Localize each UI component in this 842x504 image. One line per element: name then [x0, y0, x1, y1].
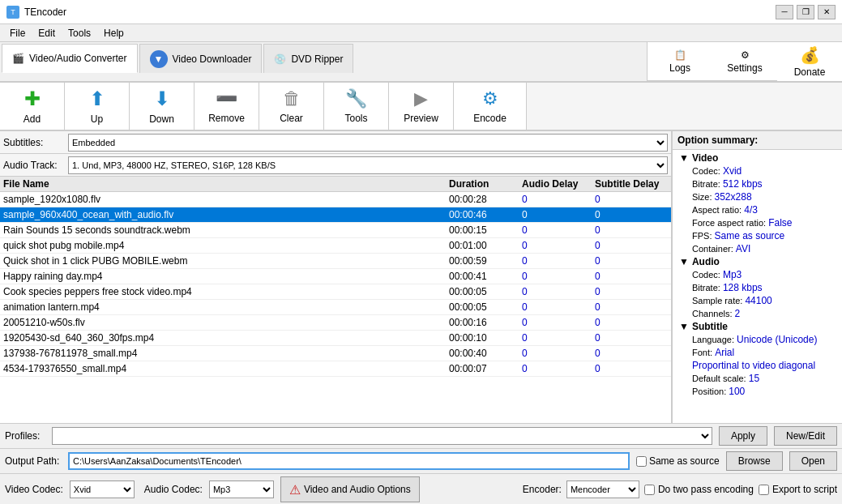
do-two-pass-check[interactable]: Do two pass encoding: [644, 484, 754, 495]
file-duration-cell: 00:00:05: [449, 301, 522, 313]
table-row[interactable]: Cook species peppers free stock video.mp…: [0, 284, 671, 300]
table-row[interactable]: 20051210-w50s.flv 00:00:16 0 0: [0, 315, 671, 331]
file-audio-delay-cell: 0: [522, 240, 595, 251]
option-value: 100: [729, 386, 745, 397]
open-button[interactable]: Open: [789, 451, 837, 471]
option-value: Arial: [715, 347, 734, 358]
up-button[interactable]: ⬆ Up: [65, 83, 130, 130]
file-sub-delay-cell: 0: [595, 332, 668, 344]
subtitles-select[interactable]: Embedded: [68, 134, 668, 152]
option-section-header[interactable]: ▼Video: [676, 152, 842, 164]
tab-video-audio[interactable]: 🎬 Video/Audio Converter: [2, 44, 138, 73]
col-header-duration: Duration: [449, 178, 522, 190]
browse-button[interactable]: Browse: [726, 451, 783, 471]
menu-help[interactable]: Help: [97, 26, 130, 41]
close-button[interactable]: ✕: [818, 5, 836, 19]
restore-button[interactable]: ❐: [797, 5, 814, 19]
preview-button[interactable]: ▶ Preview: [389, 83, 454, 130]
table-row[interactable]: Rain Sounds 15 seconds soundtrack.webm 0…: [0, 223, 671, 238]
table-row[interactable]: Quick shot in 1 click PUBG MOBILE.webm 0…: [0, 254, 671, 269]
table-row[interactable]: 19205430-sd_640_360_30fps.mp4 00:00:10 0…: [0, 331, 671, 346]
profiles-select[interactable]: [52, 427, 712, 445]
app-icon: T: [6, 6, 19, 19]
section-name: Audio: [692, 256, 720, 267]
table-row[interactable]: sample_960x400_ocean_with_audio.flv 00:0…: [0, 207, 671, 223]
output-path-label: Output Path:: [5, 455, 62, 467]
menu-tools[interactable]: Tools: [62, 26, 97, 41]
file-audio-delay-cell: 0: [522, 301, 595, 313]
tools-button[interactable]: 🔧 Tools: [324, 83, 389, 130]
logs-button[interactable]: 📋 Logs: [648, 42, 712, 81]
same-as-source-check[interactable]: Same as source: [636, 455, 720, 467]
minimize-button[interactable]: ─: [776, 5, 793, 19]
tree-expand-icon: ▼: [679, 256, 689, 267]
main-area: Subtitles: Embedded Audio Track: 1. Und,…: [0, 131, 842, 423]
option-section-header[interactable]: ▼Audio: [676, 255, 842, 268]
same-as-source-label: Same as source: [649, 455, 720, 467]
option-value: 352x288: [715, 191, 752, 203]
video-codec-select[interactable]: Xvid: [70, 481, 135, 498]
video-audio-options-button[interactable]: ⚠ Video and Audio Options: [280, 476, 420, 502]
file-sub-delay-cell: 0: [595, 317, 668, 328]
option-item: Force aspect ratio: False: [676, 216, 842, 229]
audio-codec-select[interactable]: Mp3: [209, 481, 274, 498]
file-name-cell: Quick shot in 1 click PUBG MOBILE.webm: [3, 255, 449, 267]
same-as-source-checkbox[interactable]: [636, 456, 647, 467]
file-name-cell: sample_960x400_ocean_with_audio.flv: [3, 209, 449, 220]
remove-button[interactable]: ➖ Remove: [194, 83, 259, 130]
option-value: 15: [749, 373, 759, 384]
output-path-input[interactable]: [68, 452, 630, 470]
export-to-script-checkbox[interactable]: [759, 485, 769, 495]
do-two-pass-label: Do two pass encoding: [658, 484, 754, 495]
preview-icon: ▶: [414, 88, 428, 109]
encoder-group: Encoder: Mencoder Do two pass encoding E…: [523, 481, 837, 498]
tab-video-downloader[interactable]: ▼ Video Downloader: [139, 44, 263, 73]
file-panel: Subtitles: Embedded Audio Track: 1. Und,…: [0, 131, 672, 423]
new-edit-button[interactable]: New/Edit: [774, 426, 837, 446]
clear-button[interactable]: 🗑 Clear: [259, 83, 324, 130]
video-audio-options-label: Video and Audio Options: [304, 484, 411, 495]
audio-track-label: Audio Track:: [3, 160, 68, 171]
file-name-cell: 4534-179376550_small.mp4: [3, 363, 449, 374]
settings-label: Settings: [727, 62, 762, 74]
action-bar: ✚ Add ⬆ Up ⬇ Down ➖ Remove 🗑 Clear 🔧 Too…: [0, 83, 842, 131]
menu-edit[interactable]: Edit: [32, 26, 62, 41]
file-duration-cell: 00:00:28: [449, 194, 522, 205]
audio-track-select[interactable]: 1. Und, MP3, 48000 HZ, STEREO, S16P, 128…: [68, 156, 668, 174]
table-row[interactable]: 137938-767811978_small.mp4 00:00:40 0 0: [0, 346, 671, 361]
donate-button[interactable]: 💰 Donate: [777, 42, 842, 81]
logs-icon: 📋: [674, 49, 686, 61]
add-button[interactable]: ✚ Add: [0, 83, 65, 130]
encode-button[interactable]: ⚙ Encode: [454, 83, 527, 130]
option-section-subtitle: ▼SubtitleLanguage: Unicode (Unicode)Font…: [676, 320, 842, 398]
tools-icon: 🔧: [345, 88, 367, 109]
down-button[interactable]: ⬇ Down: [130, 83, 194, 130]
menu-file[interactable]: File: [3, 26, 32, 41]
preview-label: Preview: [404, 113, 438, 124]
export-to-script-check[interactable]: Export to script: [759, 484, 837, 495]
table-row[interactable]: Happy raining day.mp4 00:00:41 0 0: [0, 269, 671, 284]
apply-button[interactable]: Apply: [719, 426, 767, 446]
file-duration-cell: 00:00:15: [449, 224, 522, 236]
encoder-select[interactable]: Mencoder: [566, 481, 639, 498]
option-section-header[interactable]: ▼Subtitle: [676, 320, 842, 333]
option-value: AVI: [736, 243, 750, 254]
bottom-bar: Profiles: Apply New/Edit Output Path: Sa…: [0, 423, 842, 504]
table-row[interactable]: quick shot pubg mobile.mp4 00:01:00 0 0: [0, 238, 671, 254]
table-row[interactable]: animation lantern.mp4 00:00:05 0 0: [0, 300, 671, 315]
option-tree: ▼VideoCodec: XvidBitrate: 512 kbpsSize: …: [673, 150, 842, 399]
table-row[interactable]: 4534-179376550_small.mp4 00:00:07 0 0: [0, 361, 671, 377]
donate-icon: 💰: [800, 45, 820, 65]
settings-button[interactable]: ⚙ Settings: [712, 42, 777, 81]
option-item: Font: Arial: [676, 346, 842, 359]
option-item: Proportinal to video diagonal: [676, 359, 842, 372]
file-rows: sample_1920x1080.flv 00:00:28 0 0 sample…: [0, 192, 671, 377]
file-sub-delay-cell: 0: [595, 240, 668, 251]
do-two-pass-checkbox[interactable]: [644, 485, 655, 495]
table-row[interactable]: sample_1920x1080.flv 00:00:28 0 0: [0, 192, 671, 207]
video-audio-options-icon: ⚠: [289, 482, 301, 498]
file-name-cell: 137938-767811978_small.mp4: [3, 348, 449, 359]
option-value: Xvid: [723, 165, 742, 177]
video-audio-tab-label: Video/Audio Converter: [29, 53, 127, 64]
tab-dvd-ripper[interactable]: 💿 DVD Ripper: [263, 44, 353, 73]
